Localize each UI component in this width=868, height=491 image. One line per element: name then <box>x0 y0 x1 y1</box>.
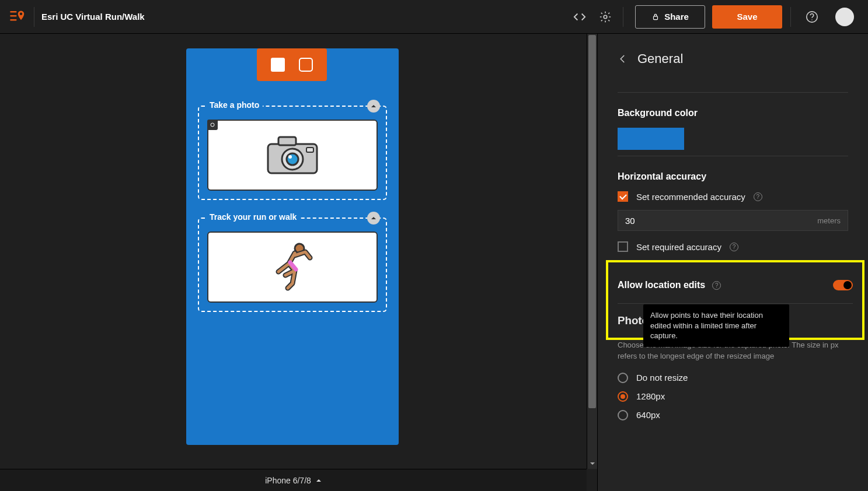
section-background: Background color <box>618 92 848 150</box>
share-label: Share <box>664 12 689 22</box>
toggle-allow-location-edits[interactable] <box>833 280 853 290</box>
scrollbar[interactable] <box>587 34 597 469</box>
svg-point-5 <box>211 123 214 127</box>
card-take-photo[interactable] <box>207 120 378 191</box>
embed-icon[interactable] <box>567 4 592 30</box>
group-track-run[interactable]: Track your run or walk <box>198 218 387 312</box>
share-button[interactable]: Share <box>635 5 705 29</box>
info-icon[interactable]: ? <box>754 192 762 201</box>
app-logo[interactable] <box>0 0 34 34</box>
svg-rect-11 <box>306 148 313 152</box>
checkbox-label: Set recommended accuracy <box>636 192 745 202</box>
grid-view-icon[interactable] <box>271 58 285 72</box>
scroll-down-button[interactable] <box>587 458 597 469</box>
collapse-button[interactable] <box>367 212 380 225</box>
bottom-bar: iPhone 6/7/8 <box>0 469 587 491</box>
view-mode-tabs[interactable] <box>257 48 327 81</box>
svg-point-10 <box>288 155 292 159</box>
group-take-photo[interactable]: Take a photo <box>198 106 387 200</box>
checkbox-label: Set required accuracy <box>636 242 721 252</box>
group-label: Track your run or walk <box>206 212 300 222</box>
radio-label: Do not resize <box>636 373 688 383</box>
svg-rect-2 <box>654 16 658 19</box>
info-icon[interactable]: ? <box>730 243 738 251</box>
radio-label: 640px <box>636 410 660 420</box>
divider <box>623 7 623 27</box>
help-icon[interactable] <box>799 4 825 30</box>
scrollbar-thumb[interactable] <box>588 35 596 408</box>
phone-preview: Take a photo <box>186 48 399 445</box>
svg-point-1 <box>604 15 607 19</box>
divider <box>34 7 34 27</box>
radio-photo-size-2[interactable] <box>618 410 628 420</box>
radio-photo-size-0[interactable] <box>618 373 628 383</box>
svg-point-4 <box>811 19 812 20</box>
collapse-button[interactable] <box>367 100 380 113</box>
avatar[interactable] <box>835 8 854 26</box>
gear-icon[interactable] <box>592 4 618 30</box>
input-unit: meters <box>817 216 841 225</box>
section-label: Horizontal accuracy <box>618 171 848 182</box>
panel-title: General <box>637 51 683 66</box>
group-label: Take a photo <box>206 100 263 110</box>
checkbox-recommended-accuracy[interactable] <box>618 191 628 202</box>
camera-badge-icon <box>207 120 218 130</box>
panel-header: General <box>618 34 848 86</box>
card-view-icon[interactable] <box>299 58 313 72</box>
runner-icon <box>263 238 322 296</box>
color-swatch[interactable] <box>618 128 684 150</box>
svg-point-0 <box>20 12 22 15</box>
toggle-label: Allow location edits <box>618 280 705 290</box>
back-icon[interactable] <box>618 54 628 64</box>
info-icon[interactable]: ? <box>712 281 721 290</box>
divider <box>790 7 791 27</box>
radio-photo-size-1[interactable] <box>618 391 628 402</box>
save-button[interactable]: Save <box>712 5 782 29</box>
top-bar: Esri UC Virtual Run/Walk Share Save <box>0 0 868 34</box>
checkbox-required-accuracy[interactable] <box>618 241 628 252</box>
project-title: Esri UC Virtual Run/Walk <box>41 12 145 22</box>
input-recommended-accuracy[interactable]: 30 meters <box>618 210 848 231</box>
svg-point-9 <box>287 153 298 165</box>
input-value: 30 <box>625 216 817 226</box>
side-panel: General Background color Horizontal accu… <box>597 34 868 491</box>
highlight-allow-location-edits: Allow location edits ? Photo size Allow … <box>606 260 864 340</box>
tooltip: Allow points to have their location edit… <box>643 304 789 347</box>
section-label: Background color <box>618 108 848 118</box>
camera-icon <box>266 135 319 176</box>
section-horizontal-accuracy: Horizontal accuracy Set recommended accu… <box>618 156 848 252</box>
save-label: Save <box>737 12 757 22</box>
canvas-area: Take a photo <box>0 34 597 491</box>
device-name: iPhone 6/7/8 <box>265 476 311 485</box>
radio-label: 1280px <box>636 391 665 401</box>
device-picker[interactable]: iPhone 6/7/8 <box>265 476 322 485</box>
card-track-run[interactable] <box>207 232 378 303</box>
svg-rect-7 <box>278 137 296 145</box>
